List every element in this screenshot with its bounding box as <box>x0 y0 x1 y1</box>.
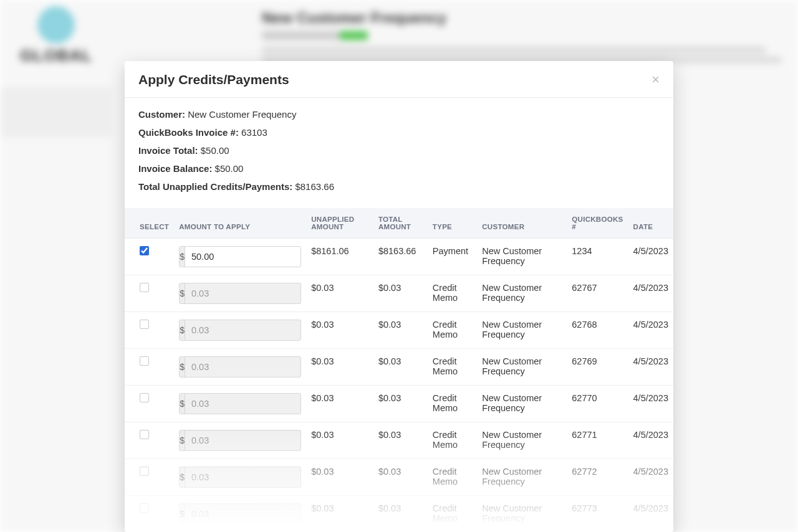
cell-quickbooks-no: 1234 <box>567 239 628 275</box>
cell-quickbooks-no: 62769 <box>567 349 628 386</box>
table-row: $$0.03$0.03Credit MemoNew Customer Frequ… <box>125 422 673 459</box>
amount-to-apply-input[interactable] <box>185 467 301 487</box>
row-select-checkbox[interactable] <box>140 283 149 292</box>
row-select-checkbox[interactable] <box>140 246 149 255</box>
cell-total-amount: $8163.66 <box>373 239 428 275</box>
amount-to-apply-input-wrap: $ <box>179 246 301 267</box>
col-quickbooks-no: QUICKBOOKS # <box>567 208 628 239</box>
cell-unapplied-amount: $0.03 <box>306 349 373 386</box>
cell-type: Credit Memo <box>428 422 477 459</box>
cell-type: Credit Memo <box>428 312 477 349</box>
cell-quickbooks-no: 62768 <box>567 312 628 349</box>
info-invoice-balance-value: $50.00 <box>215 163 244 174</box>
currency-prefix: $ <box>180 247 185 267</box>
cell-type: Credit Memo <box>428 275 477 312</box>
col-amount-to-apply: AMOUNT TO APPLY <box>174 208 306 239</box>
close-icon[interactable]: × <box>651 73 660 87</box>
modal-title: Apply Credits/Payments <box>138 72 289 87</box>
cell-unapplied-amount: $0.03 <box>306 459 373 496</box>
modal-header: Apply Credits/Payments × <box>125 61 673 98</box>
cell-quickbooks-no: 62772 <box>567 459 628 496</box>
credits-table: SELECT AMOUNT TO APPLY UNAPPLIED AMOUNT … <box>125 208 673 532</box>
row-select-checkbox[interactable] <box>140 320 149 329</box>
info-customer-label: Customer: <box>138 109 185 120</box>
row-select-checkbox[interactable] <box>140 503 149 513</box>
amount-to-apply-input[interactable] <box>185 247 301 267</box>
cell-date: 4/5/2023 <box>628 275 673 312</box>
cell-customer: New Customer Frequency <box>477 496 567 533</box>
cell-unapplied-amount: $0.03 <box>306 496 373 533</box>
col-customer: CUSTOMER <box>477 208 567 239</box>
cell-total-amount: $0.03 <box>373 275 428 312</box>
info-qb-invoice-label: QuickBooks Invoice #: <box>138 127 239 138</box>
cell-unapplied-amount: $0.03 <box>306 312 373 349</box>
amount-to-apply-input[interactable] <box>185 394 301 414</box>
cell-date: 4/5/2023 <box>628 459 673 496</box>
cell-customer: New Customer Frequency <box>477 239 567 275</box>
amount-to-apply-input-wrap: $ <box>179 503 301 525</box>
amount-to-apply-input[interactable] <box>185 283 301 303</box>
row-select-checkbox[interactable] <box>140 356 149 366</box>
info-invoice-balance: Invoice Balance: $50.00 <box>138 163 660 174</box>
cell-total-amount: $0.03 <box>373 459 428 496</box>
cell-type: Credit Memo <box>428 496 477 533</box>
table-row: $$0.03$0.03Credit MemoNew Customer Frequ… <box>125 386 673 422</box>
apply-credits-modal: Apply Credits/Payments × Customer: New C… <box>125 61 673 532</box>
cell-customer: New Customer Frequency <box>477 275 567 312</box>
currency-prefix: $ <box>180 320 185 340</box>
currency-prefix: $ <box>180 430 185 450</box>
cell-total-amount: $0.03 <box>373 386 428 422</box>
amount-to-apply-input-wrap: $ <box>179 393 301 414</box>
bg-logo-text: GLOBAL <box>6 46 106 65</box>
currency-prefix: $ <box>180 394 185 414</box>
amount-to-apply-input[interactable] <box>185 320 301 340</box>
table-row: $$0.03$0.03Credit MemoNew Customer Frequ… <box>125 459 673 496</box>
col-type: TYPE <box>428 208 477 239</box>
cell-customer: New Customer Frequency <box>477 459 567 496</box>
bg-logo: GLOBAL <box>6 6 106 69</box>
cell-date: 4/5/2023 <box>628 422 673 459</box>
info-invoice-balance-label: Invoice Balance: <box>138 163 212 174</box>
amount-to-apply-input[interactable] <box>185 430 301 450</box>
cell-total-amount: $0.03 <box>373 496 428 533</box>
cell-customer: New Customer Frequency <box>477 386 567 422</box>
info-invoice-total-value: $50.00 <box>201 145 229 156</box>
info-total-unapplied-value: $8163.66 <box>295 181 334 192</box>
row-select-checkbox[interactable] <box>140 467 149 476</box>
col-total-amount: TOTAL AMOUNT <box>373 208 428 239</box>
cell-total-amount: $0.03 <box>373 349 428 386</box>
cell-type: Credit Memo <box>428 459 477 496</box>
cell-unapplied-amount: $0.03 <box>306 275 373 312</box>
table-row: $$0.03$0.03Credit MemoNew Customer Frequ… <box>125 349 673 386</box>
info-customer: Customer: New Customer Frequency <box>138 109 660 120</box>
table-row: $$8161.06$8163.66PaymentNew Customer Fre… <box>125 239 673 275</box>
cell-unapplied-amount: $0.03 <box>306 422 373 459</box>
currency-prefix: $ <box>180 283 185 303</box>
info-qb-invoice: QuickBooks Invoice #: 63103 <box>138 127 660 138</box>
info-total-unapplied: Total Unapplied Credits/Payments: $8163.… <box>138 181 660 192</box>
cell-type: Payment <box>428 239 477 275</box>
table-row: $$0.03$0.03Credit MemoNew Customer Frequ… <box>125 312 673 349</box>
info-customer-value: New Customer Frequency <box>188 109 296 120</box>
col-date: DATE <box>628 208 673 239</box>
cell-quickbooks-no: 62773 <box>567 496 628 533</box>
amount-to-apply-input-wrap: $ <box>179 320 301 341</box>
row-select-checkbox[interactable] <box>140 393 149 402</box>
table-row: $$0.03$0.03Credit MemoNew Customer Frequ… <box>125 275 673 312</box>
info-total-unapplied-label: Total Unapplied Credits/Payments: <box>138 181 292 192</box>
amount-to-apply-input[interactable] <box>185 357 301 377</box>
cell-date: 4/5/2023 <box>628 386 673 422</box>
cell-type: Credit Memo <box>428 349 477 386</box>
currency-prefix: $ <box>180 467 185 487</box>
amount-to-apply-input[interactable] <box>185 504 301 524</box>
col-unapplied-amount: UNAPPLIED AMOUNT <box>306 208 373 239</box>
cell-quickbooks-no: 62767 <box>567 275 628 312</box>
cell-quickbooks-no: 62770 <box>567 386 628 422</box>
table-row: $$0.03$0.03Credit MemoNew Customer Frequ… <box>125 496 673 533</box>
cell-date: 4/5/2023 <box>628 496 673 533</box>
bg-page-heading: New Customer Frequency <box>262 9 446 27</box>
cell-type: Credit Memo <box>428 386 477 422</box>
row-select-checkbox[interactable] <box>140 430 149 439</box>
info-qb-invoice-value: 63103 <box>241 127 267 138</box>
cell-customer: New Customer Frequency <box>477 422 567 459</box>
